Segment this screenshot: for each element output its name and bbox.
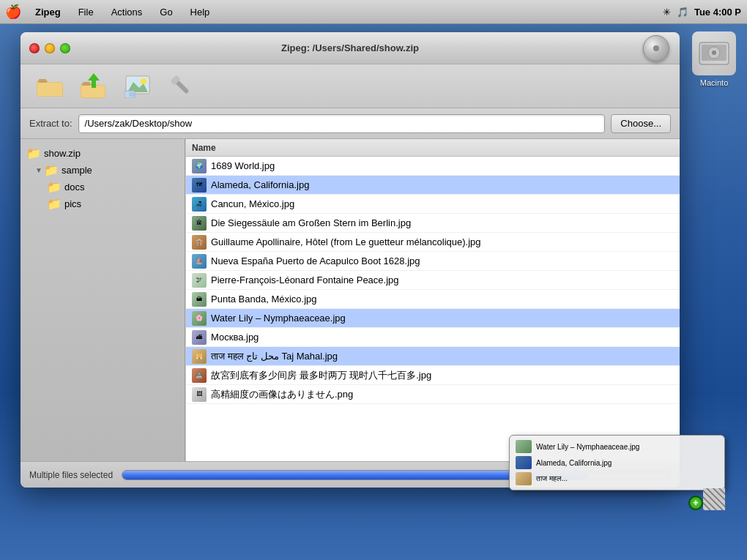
close-button[interactable] (29, 43, 40, 53)
file-row[interactable]: 🏨 Guillaume Apollinaire, Hôtel (from Le … (186, 233, 680, 252)
file-row[interactable]: 🏛 Die Siegessäule am Großen Stern im Ber… (186, 214, 680, 233)
tree-label-showzip: show.zip (44, 148, 81, 159)
file-name: Cancun, México.jpg (211, 198, 294, 209)
drag-filename-3: ताज महल... (536, 474, 568, 483)
file-name: Nueva España Puerto de Acapulco Boot 162… (211, 255, 420, 266)
file-row[interactable]: 🏖 Cancun, México.jpg (186, 195, 680, 214)
file-thumbnail: 🕌 (192, 349, 207, 364)
minimize-button[interactable] (45, 43, 55, 53)
file-thumbnail: 🏖 (192, 197, 207, 212)
file-thumbnail: 🌸 (192, 311, 207, 326)
file-row[interactable]: 🌸 Water Lily – Nymphaeaceae.jpg (186, 309, 680, 328)
svg-point-3 (712, 51, 716, 55)
apple-menu[interactable]: 🍎 (6, 4, 21, 19)
file-name: Pierre-François-Léonard Fontaine Peace.j… (211, 275, 399, 285)
file-thumbnail: 🏛 (192, 216, 207, 231)
extract-button[interactable] (76, 70, 111, 102)
svg-rect-7 (39, 79, 46, 83)
open-folder-icon (37, 73, 63, 100)
cd-icon (643, 35, 669, 61)
clock: Tue 4:00 P (694, 7, 741, 18)
file-name: Guillaume Apollinaire, Hôtel (from Le gu… (211, 236, 481, 247)
window-controls (29, 43, 70, 53)
file-row[interactable]: 🕌 ताज महल محل تاج Taj Mahal.jpg (186, 347, 680, 366)
wrench-icon (168, 73, 195, 100)
file-thumbnail: 🏨 (192, 235, 207, 250)
app-icon (642, 34, 671, 63)
menu-file[interactable]: File (71, 5, 101, 19)
main-window: Zipeg: /Users/Shared/show.zip (21, 32, 680, 488)
status-text: Multiple files selected (29, 470, 113, 480)
file-name: ताज महल محل تاج Taj Mahal.jpg (211, 351, 338, 362)
drag-tooltip: Water Lily – Nymphaeaceae.jpg Alameda, C… (509, 435, 725, 490)
desktop-icon-macinto[interactable]: Macinto (692, 31, 736, 87)
desktop-icon-label: Macinto (700, 78, 729, 87)
file-thumbnail: 🖼 (192, 387, 207, 402)
file-row[interactable]: 🏔 Punta Banda, México.jpg (186, 290, 680, 309)
maximize-button[interactable] (60, 43, 70, 53)
menu-help[interactable]: Help (183, 5, 218, 19)
tree-label-docs: docs (64, 182, 84, 193)
preferences-button[interactable] (164, 70, 199, 102)
tree-item-sample[interactable]: ▼ 📁 sample (21, 162, 185, 179)
file-row[interactable]: 🕊 Pierre-François-Léonard Fontaine Peace… (186, 271, 680, 290)
menu-zipeg[interactable]: Zipeg (28, 5, 68, 19)
file-row[interactable]: 🌍 1689 World.jpg (186, 157, 680, 176)
bluetooth-icon2: 🎵 (677, 7, 688, 18)
drag-filename-2: Alameda, California.jpg (536, 459, 612, 467)
file-thumbnail: 🏔 (192, 292, 207, 307)
svg-point-16 (141, 78, 146, 84)
toolbar (21, 64, 680, 108)
file-name: Москва.jpg (211, 332, 259, 343)
disclosure-sample: ▼ (35, 166, 42, 174)
content-area: 📁 show.zip ▼ 📁 sample 📁 docs 📁 pics Name (21, 139, 680, 461)
preview-button[interactable] (120, 70, 155, 102)
striped-pattern (703, 488, 725, 510)
drag-thumb-1 (516, 440, 532, 453)
file-row[interactable]: 🖼 高精細度の画像はありません.png (186, 385, 680, 404)
extract-icon (81, 73, 107, 100)
filelist: Name 🌍 1689 World.jpg 🗺 Alameda, Califor… (185, 139, 680, 461)
svg-rect-18 (129, 92, 135, 97)
file-name: 高精細度の画像はありません.png (211, 388, 353, 401)
hard-drive-icon (692, 31, 736, 75)
extractbar: Extract to: /Users/zak/Desktop/show Choo… (21, 108, 680, 139)
file-row[interactable]: 🏯 故宮到底有多少间房 最多时两万 现时八千七百多.jpg (186, 366, 680, 385)
image-icon (124, 73, 151, 100)
drag-tooltip-row: Alameda, California.jpg (513, 455, 721, 471)
file-row[interactable]: 🗺 Alameda, California.jpg (186, 176, 680, 195)
tree-item-docs[interactable]: 📁 docs (21, 179, 185, 195)
drag-filename-1: Water Lily – Nymphaeaceae.jpg (536, 443, 639, 451)
folder-icon: 📁 (26, 146, 41, 160)
folder-icon-docs: 📁 (47, 180, 62, 194)
menu-go[interactable]: Go (152, 5, 179, 19)
bluetooth-icon: ✳ (663, 7, 671, 18)
file-thumbnail: 🏯 (192, 368, 207, 383)
filelist-header: Name (186, 139, 680, 157)
drag-tooltip-row: ताज महल... (513, 471, 721, 487)
tree-label-sample: sample (62, 165, 92, 176)
desktop-icons: Macinto (681, 24, 747, 87)
name-column-header: Name (192, 143, 216, 153)
sidebar: 📁 show.zip ▼ 📁 sample 📁 docs 📁 pics (21, 139, 185, 461)
svg-rect-6 (37, 83, 62, 96)
cd-hole (653, 45, 659, 51)
open-button[interactable] (32, 70, 67, 102)
file-thumbnail: ⛵ (192, 254, 207, 269)
file-row[interactable]: 🏙 Москва.jpg (186, 328, 680, 347)
tree-item-pics[interactable]: 📁 pics (21, 195, 185, 212)
file-name: Punta Banda, México.jpg (211, 294, 317, 305)
choose-button[interactable]: Choose... (611, 114, 671, 133)
drag-green-arrow: + (688, 496, 703, 510)
tree-item-showzip[interactable]: 📁 show.zip (21, 145, 185, 162)
drag-tooltip-row: Water Lily – Nymphaeaceae.jpg (513, 438, 721, 455)
file-row[interactable]: ⛵ Nueva España Puerto de Acapulco Boot 1… (186, 252, 680, 271)
file-thumbnail: 🕊 (192, 273, 207, 288)
extract-to-label: Extract to: (29, 118, 73, 129)
extract-path-field[interactable]: /Users/zak/Desktop/show (78, 114, 606, 133)
file-name: Water Lily – Nymphaeaceae.jpg (211, 313, 346, 324)
file-name: 故宮到底有多少间房 最多时两万 现时八千七百多.jpg (211, 369, 431, 382)
file-name: Alameda, California.jpg (211, 179, 309, 190)
menubar: 🍎 Zipeg File Actions Go Help ✳ 🎵 Tue 4:0… (0, 0, 747, 24)
menu-actions[interactable]: Actions (104, 5, 150, 19)
